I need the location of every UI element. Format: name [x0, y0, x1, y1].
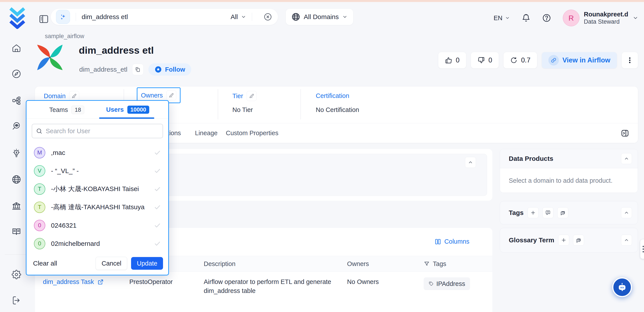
view-in-airflow-button[interactable]: View in Airflow: [542, 52, 617, 68]
collapse-tags-button[interactable]: [621, 207, 632, 218]
sidebar-item-explore[interactable]: [10, 68, 22, 80]
globe-icon: [292, 13, 300, 21]
upvote-button[interactable]: 0: [438, 52, 466, 68]
owner-picker-tabs: Teams 18 Users 10000: [26, 101, 168, 118]
sidebar-item-observability[interactable]: [10, 120, 22, 132]
edit-tier-button[interactable]: [246, 91, 257, 101]
follow-button[interactable]: Follow: [148, 63, 191, 76]
cancel-button[interactable]: Cancel: [96, 257, 127, 270]
avatar: M: [34, 147, 45, 159]
sidebar-item-data-flow[interactable]: [10, 95, 22, 106]
sidebar-item-domains[interactable]: [10, 174, 22, 185]
list-item-user[interactable]: 0 0246321: [26, 216, 168, 234]
sidebar-item-home[interactable]: [10, 42, 22, 54]
tags-title: Tags: [509, 209, 524, 216]
global-search-bar[interactable]: dim_address etl All: [51, 9, 278, 25]
task-link[interactable]: dim_address Task: [43, 277, 104, 286]
tags-conversations-button[interactable]: [557, 207, 568, 218]
tag-chip[interactable]: IPAddress: [424, 277, 470, 290]
language-value: EN: [494, 15, 502, 22]
tier-label: Tier: [232, 91, 257, 101]
clear-all-button[interactable]: Clear all: [33, 260, 92, 267]
collapse-glossary-button[interactable]: [621, 235, 632, 246]
compass-icon: [12, 69, 21, 79]
page-title: dim_address etl: [79, 45, 154, 56]
tab-users[interactable]: Users 10000: [106, 106, 149, 114]
chevron-down-icon: [632, 15, 638, 21]
user-profile-dropdown[interactable]: R Rounakpreet.d Data Steward: [563, 10, 638, 26]
copy-button[interactable]: [132, 64, 144, 75]
downvote-count: 0: [488, 56, 492, 64]
edit-owners-button[interactable]: [166, 90, 176, 100]
user-display-name: - “_VL_” -: [51, 167, 148, 175]
feedback-icon: [642, 251, 644, 252]
more-options-button[interactable]: [622, 52, 638, 68]
columns-selector-button[interactable]: Columns: [434, 238, 470, 245]
tag-icon: [428, 281, 434, 286]
tab-lineage[interactable]: Lineage: [195, 129, 218, 137]
collapse-data-products-button[interactable]: [621, 153, 632, 164]
data-products-header: Data Products: [500, 149, 638, 168]
list-item-user[interactable]: V - “_VL_” -: [26, 162, 168, 180]
glossary-conversations-button[interactable]: [573, 235, 584, 246]
home-icon: [12, 43, 21, 53]
collate-logo-icon[interactable]: [9, 7, 26, 29]
chatbot-button[interactable]: [612, 277, 632, 297]
filter-funnel-icon[interactable]: [424, 261, 430, 267]
feedback-edge-tab[interactable]: [640, 239, 644, 259]
sidebar-item-glossary[interactable]: [10, 225, 22, 237]
search-scope-value: All: [231, 13, 238, 21]
book-icon: [12, 227, 21, 236]
entity-actions: 0 0 0.7 View in Airflow: [438, 52, 638, 68]
gear-icon: [12, 270, 21, 279]
search-clear-button[interactable]: [264, 13, 272, 21]
list-item-user[interactable]: M ,mac: [26, 143, 168, 162]
robot-icon: [616, 281, 628, 293]
tab-custom-properties[interactable]: Custom Properties: [226, 129, 278, 137]
owners-label-text: Owners: [141, 92, 163, 99]
certification-label-text: Certification: [316, 92, 349, 99]
help-button[interactable]: [542, 14, 551, 22]
sidebar-item-settings[interactable]: [10, 269, 22, 280]
globe-icon: [12, 175, 21, 184]
sidebar-toggle-button[interactable]: [38, 13, 49, 25]
sidebar-item-govern[interactable]: [10, 200, 22, 212]
sidebar-item-insights[interactable]: [10, 147, 22, 159]
check-icon: [154, 240, 161, 247]
tab-teams[interactable]: Teams 18: [49, 106, 84, 114]
user-display-name: -高橋 達哉-TAKAHASHI Tatsuya: [51, 203, 148, 212]
entity-fqn: dim_address_etl: [79, 66, 127, 73]
feedback-icon: [642, 246, 644, 247]
list-item-user[interactable]: T -小林 大晟-KOBAYASHI Taisei: [26, 180, 168, 198]
search-input[interactable]: dim_address etl: [82, 13, 231, 21]
request-tags-button[interactable]: [542, 207, 554, 218]
link-icon: [548, 55, 559, 66]
collapse-description-button[interactable]: [465, 157, 476, 168]
downvote-button[interactable]: 0: [471, 52, 499, 68]
avatar: V: [34, 165, 45, 177]
sidebar-item-logout[interactable]: [10, 294, 22, 306]
version-value: 0.7: [521, 56, 530, 64]
update-button[interactable]: Update: [131, 257, 163, 270]
tags-card: Tags: [500, 201, 638, 224]
domains-filter-dropdown[interactable]: All Domains: [286, 9, 353, 25]
add-glossary-term-button[interactable]: [558, 235, 569, 246]
user-search-field[interactable]: Search for User: [32, 124, 163, 138]
list-item-user[interactable]: 0 02michelbernard: [26, 234, 168, 253]
header-tags[interactable]: Tags: [416, 256, 492, 271]
edit-domain-button[interactable]: [69, 91, 79, 101]
star-icon: [154, 66, 162, 73]
certification-value: No Certification: [316, 106, 359, 113]
notifications-bell-button[interactable]: [522, 14, 530, 22]
version-button[interactable]: 0.7: [504, 52, 537, 68]
language-dropdown[interactable]: EN: [494, 15, 510, 22]
collapse-right-panel-button[interactable]: [620, 128, 630, 139]
meta-divider: [300, 89, 301, 119]
list-item-user[interactable]: T -高橋 達哉-TAKAHASHI Tatsuya: [26, 198, 168, 216]
search-scope-dropdown[interactable]: All: [231, 13, 246, 21]
check-icon: [154, 186, 161, 193]
add-tag-button[interactable]: [528, 207, 538, 218]
logout-icon: [12, 295, 21, 305]
airflow-logo-icon: [36, 43, 64, 72]
breadcrumb[interactable]: sample_airflow: [45, 33, 84, 40]
